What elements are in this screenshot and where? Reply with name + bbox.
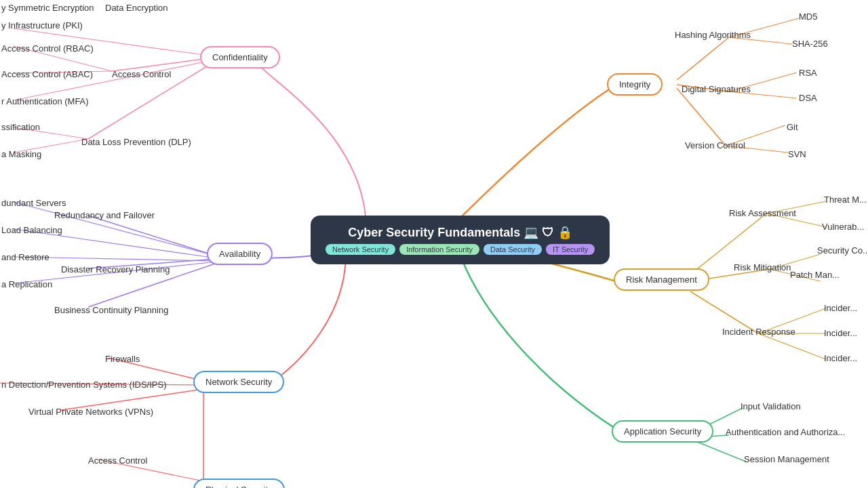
backup-restore: and Restore <box>1 251 50 263</box>
threat-management: Threat M... <box>824 193 867 205</box>
patch-management: Patch Man... <box>790 268 840 281</box>
dlp: Data Loss Prevention (DLP) <box>81 136 191 148</box>
firewalls: Firewalls <box>105 352 140 365</box>
git: Git <box>787 121 798 133</box>
application-security-label: Application Security <box>612 420 713 443</box>
svg-line-30 <box>88 216 217 256</box>
dsa: DSA <box>799 92 817 104</box>
bcp: Business Continuity Planning <box>54 304 168 316</box>
incident-3: Incider... <box>824 352 857 364</box>
redundancy-failover: Redundancy and Failover <box>54 209 155 221</box>
sha256: SHA-256 <box>792 37 828 49</box>
redundant-servers: dundant Servers <box>1 197 66 209</box>
ids-ips: n Detection/Prevention Systems (IDS/IPS) <box>1 378 166 390</box>
classification: ssification <box>1 121 40 133</box>
session-management: Session Management <box>744 453 829 465</box>
svg-line-0 <box>677 37 729 80</box>
rsa: RSA <box>799 66 817 79</box>
center-node: Cyber Security Fundamentals 💻 🛡 🔒 Networ… <box>311 216 610 264</box>
tag-it: IT Security <box>546 244 595 255</box>
digital-signatures: Digital Signatures <box>682 83 751 95</box>
availability-label: Availability <box>207 243 273 265</box>
risk-mitigation: Risk Mitigation <box>734 261 791 273</box>
security-controls: Security Co... <box>817 244 868 256</box>
symmetric-encryption: y Symmetric Encryption <box>1 1 94 14</box>
md5: MD5 <box>799 10 817 22</box>
svg-line-6 <box>677 88 726 146</box>
disaster-recovery: Disaster Recovery Planning <box>61 263 170 275</box>
data-replication: a Replication <box>1 278 52 290</box>
risk-management-label: Risk Management <box>614 268 709 291</box>
mfa: r Authentication (MFA) <box>1 95 89 107</box>
rbac: Access Control (RBAC) <box>1 42 94 54</box>
vpn: Virtual Private Networks (VPNs) <box>28 405 153 418</box>
load-balancing: Load Balancing <box>1 224 62 236</box>
access-control-top: Access Control <box>112 68 171 80</box>
incident-2: Incider... <box>824 327 857 339</box>
integrity-label: Integrity <box>607 73 663 96</box>
abac: Access Control (ABAC) <box>1 68 93 80</box>
input-validation: Input Validation <box>741 400 801 412</box>
risk-management-node: Risk Management <box>614 268 709 291</box>
physical-security-label: Physical Security <box>193 479 285 488</box>
hashing-algorithms: Hashing Algorithms <box>675 28 751 41</box>
center-title: Cyber Security Fundamentals 💻 🛡 🔒 <box>326 225 595 240</box>
vulnerability: Vulnerab... <box>822 220 864 232</box>
application-security-node: Application Security <box>612 420 713 443</box>
availability-node: Availability <box>207 243 273 265</box>
version-control: Version Control <box>685 139 745 151</box>
center-tags: Network Security Information Security Da… <box>326 244 595 255</box>
integrity-node: Integrity <box>607 73 663 96</box>
incident-response: Incident Response <box>722 325 795 338</box>
data-masking: a Masking <box>1 148 41 160</box>
tag-network: Network Security <box>326 244 395 255</box>
incident-1: Incider... <box>824 302 857 314</box>
pki: y Infrastructure (PKI) <box>1 19 83 31</box>
confidentiality-label: Confidentiality <box>200 46 280 68</box>
network-security-node: Network Security <box>193 371 284 393</box>
tag-info: Information Security <box>399 244 479 255</box>
tag-data: Data Security <box>484 244 542 255</box>
data-encryption: Data Encryption <box>105 1 168 14</box>
network-security-label: Network Security <box>193 371 284 393</box>
svn: SVN <box>788 148 806 160</box>
svg-line-21 <box>697 442 746 462</box>
risk-assessment: Risk Assessment <box>729 207 796 219</box>
access-control-bottom: Access Control <box>88 454 147 466</box>
auth-authz: Authentication and Authoriza... <box>726 426 845 438</box>
physical-security-node: Physical Security <box>193 479 285 488</box>
confidentiality-node: Confidentiality <box>200 46 280 68</box>
